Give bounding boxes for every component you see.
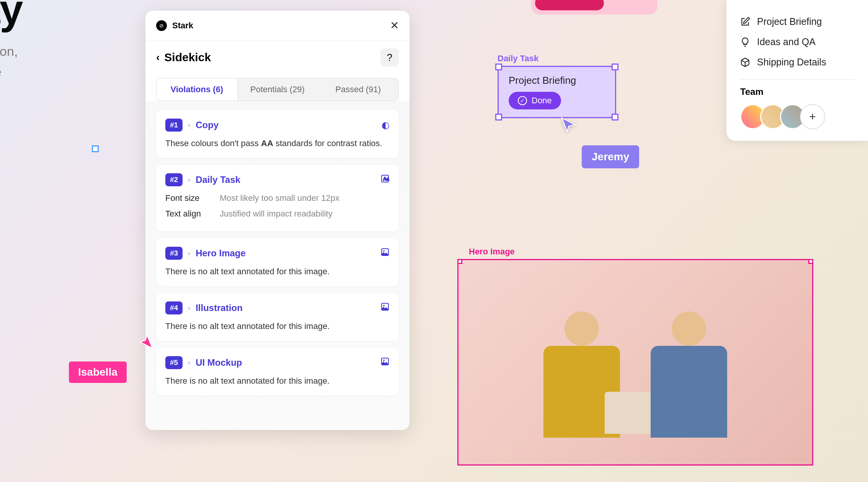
svg-text:Aa: Aa xyxy=(383,176,389,182)
violation-badge: #5 xyxy=(165,356,183,369)
jeremy-label: Jeremy xyxy=(582,145,639,168)
text-icon: Aa xyxy=(380,174,390,186)
image-icon xyxy=(380,302,390,314)
selection-handle[interactable] xyxy=(495,114,502,120)
daily-task-selection: Daily Task Project Briefing ✓ Done xyxy=(498,54,616,118)
image-icon xyxy=(380,248,390,259)
violation-body: There is no alt text annotated for this … xyxy=(165,265,390,278)
close-button[interactable]: ✕ xyxy=(390,19,399,32)
check-circle-icon: ✓ xyxy=(518,96,527,105)
stark-title: Stark xyxy=(172,21,193,31)
person-illustration xyxy=(528,311,635,464)
violation-body: There is no alt text annotated for this … xyxy=(165,320,390,332)
selection-handle[interactable] xyxy=(495,64,502,70)
bulb-icon xyxy=(740,37,750,47)
daily-task-title: Project Briefing xyxy=(509,75,605,86)
violation-title: Illustration xyxy=(196,303,243,313)
stark-logo-icon: ⊘ xyxy=(156,20,167,31)
violation-title: Daily Task xyxy=(196,174,240,185)
hero-image[interactable] xyxy=(457,259,813,466)
violation-card[interactable]: #2 › Daily Task Aa Font size Most likely… xyxy=(156,165,399,231)
pink-toggle-partial xyxy=(531,0,658,15)
tabs: Violations (6) Potentials (29) Passed (9… xyxy=(156,78,399,101)
right-panel: Project Briefing Ideas and QA Shipping D… xyxy=(726,0,868,141)
tab-violations[interactable]: Violations (6) xyxy=(157,78,237,101)
hero-image-selection: Hero Image xyxy=(457,247,813,466)
stark-panel: ⊘ Stark ✕ ‹ Sidekick ? Violations (6) Po… xyxy=(145,11,410,430)
divider xyxy=(740,79,854,80)
violations-list: #1 › Copy ◐ These colours don't pass AA … xyxy=(145,101,410,430)
background-text-block: vity delegation, u'll have ork. xyxy=(0,0,122,103)
violation-body: There is no alt text annotated for this … xyxy=(165,375,390,387)
selection-handle[interactable] xyxy=(612,114,618,120)
add-member-button[interactable]: + xyxy=(800,104,825,129)
svg-point-5 xyxy=(383,305,385,306)
violation-title: UI Mockup xyxy=(196,357,242,368)
sidebar-item-project-briefing[interactable]: Project Briefing xyxy=(740,11,854,32)
violation-title: Hero Image xyxy=(196,248,246,259)
violation-body: These colours don't pass AA standards fo… xyxy=(165,137,390,150)
done-label: Done xyxy=(532,96,552,106)
selection-handle[interactable] xyxy=(612,64,618,70)
chevron-right-icon: › xyxy=(188,359,190,367)
violation-badge: #3 xyxy=(165,247,183,260)
selection-label: Hero Image xyxy=(469,247,813,257)
chevron-right-icon: › xyxy=(188,249,190,257)
box-icon xyxy=(740,57,750,67)
help-button[interactable]: ? xyxy=(380,48,399,67)
hero-image-content xyxy=(458,260,812,464)
jeremy-cursor xyxy=(559,115,578,135)
tab-potentials[interactable]: Potentials (29) xyxy=(237,78,318,101)
svg-point-3 xyxy=(383,250,385,252)
violation-card[interactable]: #3 › Hero Image There is no alt text ann… xyxy=(156,238,399,286)
selection-handle[interactable] xyxy=(92,145,99,152)
svg-point-7 xyxy=(383,360,385,361)
back-chevron-icon[interactable]: ‹ xyxy=(156,51,160,64)
sidebar-item-ideas-qa[interactable]: Ideas and QA xyxy=(740,32,854,52)
tab-passed[interactable]: Passed (91) xyxy=(318,78,398,101)
team-avatars: + xyxy=(740,104,854,129)
isabella-cursor xyxy=(137,333,155,352)
nav-row: ‹ Sidekick ? xyxy=(145,41,410,74)
stark-header: ⊘ Stark ✕ xyxy=(145,11,410,41)
violation-card[interactable]: #4 › Illustration There is no alt text a… xyxy=(156,293,399,341)
chevron-right-icon: › xyxy=(188,176,190,184)
image-icon xyxy=(380,357,390,368)
team-label: Team xyxy=(740,86,854,97)
selection-label: Daily Task xyxy=(498,54,616,64)
violation-card[interactable]: #1 › Copy ◐ These colours don't pass AA … xyxy=(156,110,399,158)
help-icon: ? xyxy=(387,52,392,64)
chevron-right-icon: › xyxy=(188,121,190,129)
violation-badge: #4 xyxy=(165,301,183,314)
bg-heading: vity xyxy=(0,0,122,33)
violation-badge: #1 xyxy=(165,119,183,132)
isabella-label: Isabella xyxy=(69,362,127,383)
sidebar-item-shipping[interactable]: Shipping Details xyxy=(740,52,854,72)
edit-icon xyxy=(740,17,750,27)
person-illustration xyxy=(635,311,742,464)
nav-title: Sidekick xyxy=(164,51,211,64)
violation-card[interactable]: #5 › UI Mockup There is no alt text anno… xyxy=(156,348,399,396)
violation-body: Font size Most likely too small under 12… xyxy=(165,192,390,220)
contrast-icon: ◐ xyxy=(382,120,390,130)
done-pill[interactable]: ✓ Done xyxy=(509,92,561,109)
daily-task-card[interactable]: Project Briefing ✓ Done xyxy=(498,66,616,118)
violation-badge: #2 xyxy=(165,173,183,186)
pink-toggle-inner xyxy=(535,0,604,10)
violation-title: Copy xyxy=(196,120,219,130)
chevron-right-icon: › xyxy=(188,304,190,312)
